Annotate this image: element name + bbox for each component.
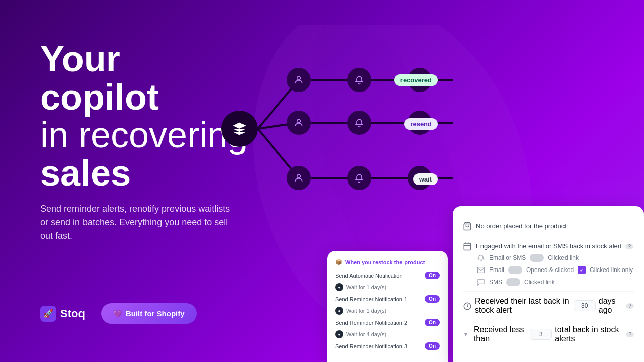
wait-icon-1: ● bbox=[335, 283, 343, 291]
flow-node-bell-mid bbox=[347, 111, 371, 135]
flow-node-user-top bbox=[287, 68, 311, 92]
toggle-email-sms[interactable] bbox=[530, 254, 544, 262]
shopify-button[interactable]: 💜 Built for Shopify bbox=[101, 303, 197, 324]
toggle-sms[interactable] bbox=[506, 278, 520, 286]
toggle-reminder-2[interactable]: On bbox=[425, 319, 440, 326]
notif-row-1: Send Automatic Notification On bbox=[335, 272, 440, 279]
tag-resend: resend bbox=[404, 118, 438, 130]
heart-icon: 💜 bbox=[113, 310, 122, 318]
toggle-reminder-1[interactable]: On bbox=[425, 295, 440, 303]
filter-row-received-less: ▼ Received less than total back in stock… bbox=[463, 325, 634, 343]
received-count-input[interactable] bbox=[530, 329, 552, 340]
notif-row-7: Send Reminder Notification 3 On bbox=[335, 342, 440, 350]
cart-icon bbox=[463, 222, 472, 231]
restock-icon: 📦 bbox=[335, 259, 342, 265]
filter-sub-email-sms: Email or SMS Clicked link bbox=[477, 254, 634, 262]
notif-wait-3: ● Wait for 4 day(s) bbox=[335, 330, 440, 338]
notif-row-5: Send Reminder Notification 2 On bbox=[335, 319, 440, 326]
filter-section-2: Engaged with the email or SMS back in st… bbox=[463, 236, 634, 292]
calendar-icon bbox=[463, 242, 472, 251]
filter-label-engaged: Engaged with the email or SMS back in st… bbox=[476, 242, 634, 250]
flow-center-node bbox=[221, 111, 258, 147]
toggle-reminder-3[interactable]: On bbox=[425, 342, 440, 350]
checkbox-clicked-link-only[interactable]: ✓ bbox=[578, 266, 586, 274]
flow-node-bell-top bbox=[347, 68, 371, 92]
flow-node-bell-bot bbox=[347, 166, 371, 190]
brand-name: Stoq bbox=[60, 307, 85, 320]
brand-logo: 🚀 Stoq bbox=[40, 306, 85, 322]
filter-label-order: No order placed for the product bbox=[476, 222, 634, 230]
wait-icon-2: ● bbox=[335, 307, 343, 315]
help-icon-2: ? bbox=[625, 244, 633, 249]
filter-label-last-alert: Received their last back in stock alert bbox=[475, 297, 571, 315]
filter-row-engaged: Engaged with the email or SMS back in st… bbox=[463, 241, 634, 251]
svg-point-15 bbox=[297, 119, 301, 123]
help-icon-4: ? bbox=[626, 332, 634, 337]
toggle-auto-notification[interactable]: On bbox=[425, 272, 440, 279]
filter-card: No order placed for the product Engaged … bbox=[453, 206, 644, 362]
filter-sub-sms: SMS Clicked link bbox=[477, 278, 634, 286]
flow-diagram: recovered resend wait bbox=[171, 30, 453, 221]
tag-wait: wait bbox=[413, 173, 438, 185]
flow-node-user-mid bbox=[287, 111, 311, 135]
svg-point-16 bbox=[297, 174, 301, 178]
filter-section-4: ▼ Received less than total back in stock… bbox=[463, 320, 634, 348]
filter-sub-email: Email Opened & clicked ✓ Clicked link on… bbox=[477, 266, 634, 274]
filter-label-received-less: Received less than bbox=[474, 325, 527, 343]
toggle-email[interactable] bbox=[508, 266, 522, 274]
tag-recovered: recovered bbox=[394, 74, 438, 86]
notification-card: 📦 When you restock the product Send Auto… bbox=[327, 251, 448, 362]
filter-row-last-alert: Received their last back in stock alert … bbox=[463, 297, 634, 315]
notif-row-3: Send Reminder Notification 1 On bbox=[335, 295, 440, 303]
svg-rect-23 bbox=[477, 267, 484, 273]
filter-section-3: Received their last back in stock alert … bbox=[463, 292, 634, 320]
svg-point-14 bbox=[297, 76, 301, 80]
wait-icon-3: ● bbox=[335, 330, 343, 338]
notif-wait-2: ● Wait for 1 day(s) bbox=[335, 307, 440, 315]
shopify-btn-label: Built for Shopify bbox=[126, 309, 185, 318]
sms-small-icon bbox=[477, 278, 485, 286]
brand-icon: 🚀 bbox=[40, 306, 56, 322]
days-input[interactable] bbox=[574, 300, 596, 311]
email-small-icon bbox=[477, 266, 485, 274]
help-icon-3: ? bbox=[626, 303, 634, 309]
filter-row-order: No order placed for the product bbox=[463, 221, 634, 231]
hero-footer: 🚀 Stoq 💜 Built for Shopify bbox=[40, 303, 252, 324]
chevron-down-icon: ▼ bbox=[463, 331, 469, 338]
filter-section-1: No order placed for the product bbox=[463, 216, 634, 236]
svg-rect-19 bbox=[464, 243, 471, 250]
clock-icon bbox=[463, 302, 472, 311]
notif-wait-1: ● Wait for 1 day(s) bbox=[335, 283, 440, 291]
flow-node-user-bot bbox=[287, 166, 311, 190]
bell-small-icon bbox=[477, 254, 485, 262]
notification-card-header: 📦 When you restock the product bbox=[335, 259, 440, 265]
